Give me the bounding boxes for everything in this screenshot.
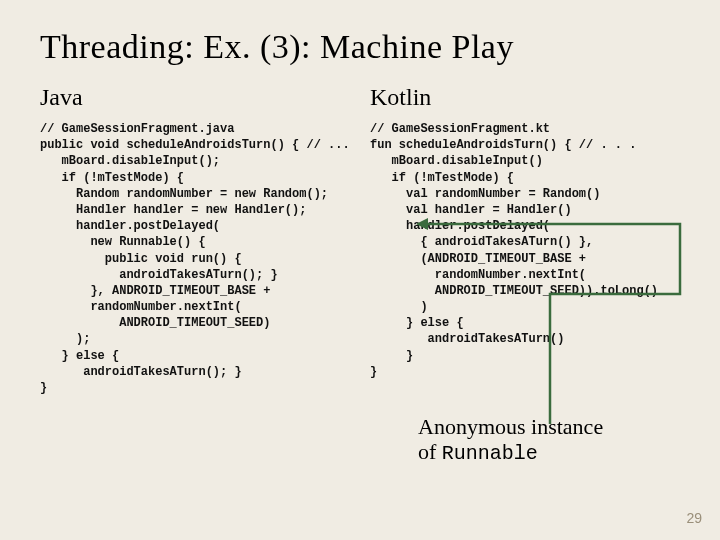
kotlin-code: // GameSessionFragment.kt fun scheduleAn…	[370, 121, 680, 380]
page-number: 29	[686, 510, 702, 526]
annotation-line1: Anonymous instance	[418, 414, 603, 439]
kotlin-column: Kotlin // GameSessionFragment.kt fun sch…	[370, 84, 680, 396]
kotlin-heading: Kotlin	[370, 84, 680, 111]
java-heading: Java	[40, 84, 350, 111]
annotation-line2-prefix: of	[418, 439, 442, 464]
annotation-runnable: Runnable	[442, 442, 538, 465]
annotation: Anonymous instance of Runnable	[418, 414, 658, 465]
java-code: // GameSessionFragment.java public void …	[40, 121, 350, 396]
columns: Java // GameSessionFragment.java public …	[40, 84, 680, 396]
java-column: Java // GameSessionFragment.java public …	[40, 84, 350, 396]
slide-title: Threading: Ex. (3): Machine Play	[40, 28, 680, 66]
slide: Threading: Ex. (3): Machine Play Java //…	[0, 0, 720, 540]
